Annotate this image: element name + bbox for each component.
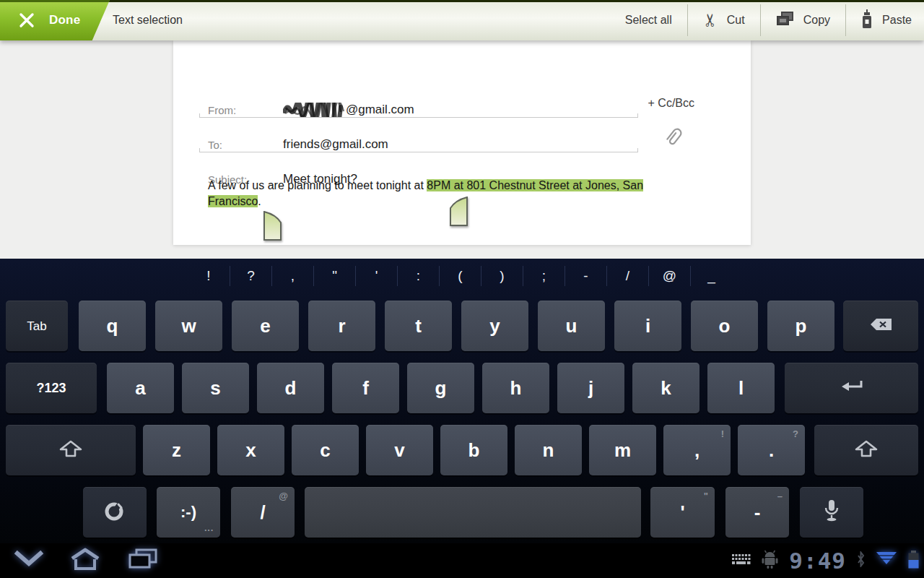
key-r[interactable]: r (308, 301, 375, 351)
key-space[interactable] (305, 487, 641, 538)
key-hint: @ (279, 491, 288, 501)
key-c[interactable]: c (292, 425, 359, 475)
key-dash[interactable]: - – (725, 487, 789, 538)
selection-end-handle[interactable] (263, 211, 282, 243)
back-hide-keyboard-button[interactable] (10, 543, 48, 578)
key-k[interactable]: k (632, 363, 699, 413)
copy-label: Copy (803, 14, 830, 27)
symbol-key[interactable]: ) (481, 266, 523, 286)
copy-button[interactable]: Copy (776, 11, 830, 30)
symbol-key[interactable]: ( (439, 266, 481, 286)
symbol-key[interactable]: ' (355, 266, 397, 286)
key-v[interactable]: v (366, 425, 433, 475)
key-z[interactable]: z (143, 425, 210, 475)
key-p[interactable]: p (767, 301, 834, 351)
key-g[interactable]: g (407, 363, 474, 413)
attachment-paperclip-icon[interactable] (658, 123, 687, 153)
key-shift-right[interactable] (814, 425, 918, 475)
from-domain: @gmail.com (346, 103, 414, 117)
backspace-icon (870, 318, 892, 334)
divider (845, 4, 846, 36)
home-icon (69, 548, 102, 574)
subject-field-underline (199, 152, 638, 152)
microphone-icon (824, 499, 840, 525)
recents-icon (127, 548, 159, 574)
key-y[interactable]: y (461, 301, 528, 351)
key-o[interactable]: o (691, 301, 758, 351)
key-d[interactable]: d (257, 363, 324, 413)
recent-apps-button[interactable] (124, 543, 162, 578)
message-body-line2[interactable]: Francisco. (208, 194, 261, 210)
key-enter[interactable] (785, 363, 918, 413)
key-period[interactable]: . ? (738, 425, 805, 475)
symbol-key[interactable]: ; (523, 266, 565, 286)
symbol-key[interactable]: / (606, 266, 648, 286)
key-apostrophe[interactable]: ' " (650, 487, 715, 538)
key-e[interactable]: e (232, 301, 299, 351)
key-j[interactable]: j (557, 363, 624, 413)
cut-button[interactable]: ✂ Cut (703, 12, 745, 29)
key-u[interactable]: u (538, 301, 605, 351)
key-t[interactable]: t (385, 301, 452, 351)
key-hint: ··· (204, 525, 214, 535)
select-all-button[interactable]: Select all (625, 14, 672, 27)
key-b[interactable]: b (440, 425, 507, 475)
symbol-key[interactable]: @ (648, 266, 690, 286)
key-shift-left[interactable] (6, 425, 136, 475)
key-i[interactable]: i (614, 301, 681, 351)
to-row: To: friends@gmail.com (208, 133, 388, 156)
add-cc-bcc-button[interactable]: + Cc/Bcc (648, 97, 694, 110)
key-n[interactable]: n (515, 425, 582, 475)
text-selection-action-bar: Done Text selection Select all ✂ Cut Cop… (0, 0, 924, 40)
key-tab[interactable]: Tab (6, 301, 68, 351)
key-settings[interactable] (83, 487, 147, 538)
screen: Done Text selection Select all ✂ Cut Cop… (0, 0, 924, 578)
redacted-username-scribble (283, 103, 345, 117)
key-h[interactable]: h (482, 363, 549, 413)
shift-icon (853, 440, 879, 460)
message-body-line1[interactable]: A few of us are planning to meet tonight… (208, 178, 643, 194)
close-icon (19, 12, 35, 28)
key-symbols-toggle[interactable]: ?123 (6, 363, 97, 413)
selection-start-handle[interactable] (450, 197, 468, 229)
key-slash[interactable]: / @ (231, 487, 295, 538)
key-w[interactable]: w (155, 301, 222, 351)
keyboard-status-icon (731, 553, 751, 569)
key-backspace[interactable] (843, 301, 918, 351)
key-a[interactable]: a (107, 363, 174, 413)
bluetooth-icon (856, 551, 866, 570)
to-label: To: (208, 139, 283, 151)
symbol-key[interactable]: ? (230, 266, 271, 286)
status-area[interactable]: 9:49 (731, 543, 920, 578)
key-f[interactable]: f (332, 363, 399, 413)
home-button[interactable] (66, 543, 104, 578)
symbol-key[interactable]: , (271, 266, 313, 286)
symbol-key[interactable]: " (313, 266, 355, 286)
cut-label: Cut (727, 14, 745, 27)
paste-button[interactable]: Paste (861, 9, 912, 32)
chevron-down-icon (14, 550, 44, 571)
symbol-key[interactable]: _ (690, 266, 732, 286)
enter-icon (839, 379, 865, 397)
done-button[interactable]: Done (0, 0, 110, 40)
paste-label: Paste (882, 14, 912, 27)
symbol-key[interactable]: - (565, 266, 606, 286)
key-hint: ? (793, 428, 798, 439)
body-text-plain: A few of us are planning to meet tonight… (208, 179, 427, 191)
body-text-plain: . (258, 195, 261, 207)
symbol-key[interactable]: : (397, 266, 439, 286)
onscreen-keyboard: ! ? , " ' : ( ) ; - / @ _ Tab q w e r t … (0, 259, 924, 543)
key-m[interactable]: m (589, 425, 656, 475)
key-smiley[interactable]: :-) ··· (157, 487, 220, 538)
key-voice-input[interactable] (800, 487, 863, 538)
battery-icon (907, 550, 920, 572)
key-q[interactable]: q (79, 301, 146, 351)
key-x[interactable]: x (217, 425, 284, 475)
to-field[interactable]: friends@gmail.com (283, 137, 388, 152)
system-navigation-bar: 9:49 (0, 543, 924, 578)
key-l[interactable]: l (707, 363, 775, 413)
key-s[interactable]: s (182, 363, 249, 413)
settings-dial-icon (102, 498, 128, 527)
key-comma[interactable]: , ! (663, 425, 731, 475)
symbol-key[interactable]: ! (188, 266, 230, 286)
